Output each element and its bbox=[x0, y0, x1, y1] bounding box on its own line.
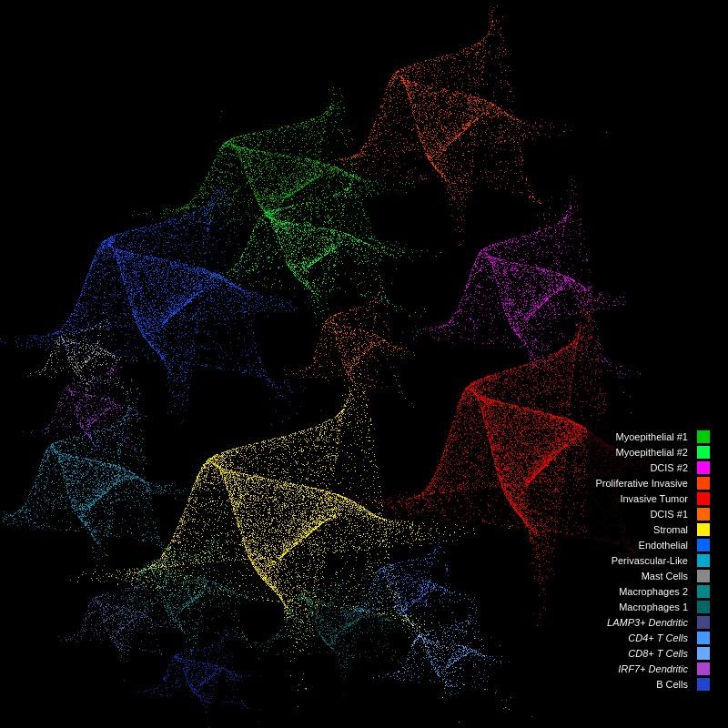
legend-label: Proliferative Invasive bbox=[596, 478, 693, 489]
legend-color-swatch bbox=[697, 585, 710, 598]
legend-item: IRF7+ Dendritic bbox=[596, 662, 711, 675]
legend-color-swatch bbox=[697, 616, 710, 629]
legend-color-swatch bbox=[697, 508, 710, 521]
legend-color-swatch bbox=[697, 477, 710, 490]
legend-item: Invasive Tumor bbox=[596, 492, 711, 505]
legend-color-swatch bbox=[697, 662, 710, 675]
legend-item: Perivascular-Like bbox=[596, 554, 711, 567]
legend-label: Myoepithelial #2 bbox=[596, 447, 693, 458]
legend-item: Stromal bbox=[596, 523, 711, 536]
legend-item: B Cells bbox=[596, 678, 711, 691]
legend-item: Mast Cells bbox=[596, 570, 711, 582]
legend-item: LAMP3+ Dendritic bbox=[596, 616, 711, 629]
legend-item: Proliferative Invasive bbox=[596, 477, 711, 490]
legend-color-swatch bbox=[697, 647, 710, 660]
legend-label: Macrophages 1 bbox=[596, 602, 693, 612]
legend-item: Myoepithelial #2 bbox=[596, 446, 711, 459]
legend-label: Invasive Tumor bbox=[596, 493, 693, 504]
legend-color-swatch bbox=[697, 461, 710, 474]
legend-color-swatch bbox=[697, 430, 710, 443]
legend-label: B Cells bbox=[596, 679, 693, 690]
legend-label: LAMP3+ Dendritic bbox=[596, 617, 693, 628]
legend-label: Endothelial bbox=[596, 540, 693, 551]
legend-color-swatch bbox=[697, 678, 710, 691]
legend-color-swatch bbox=[697, 601, 710, 613]
legend-label: IRF7+ Dendritic bbox=[596, 663, 693, 674]
legend-label: DCIS #1 bbox=[596, 509, 693, 520]
legend-label: CD8+ T Cells bbox=[596, 648, 693, 659]
legend-color-swatch bbox=[697, 539, 710, 551]
legend-label: Perivascular-Like bbox=[596, 555, 693, 566]
legend-color-swatch bbox=[697, 570, 710, 582]
legend-label: Macrophages 2 bbox=[596, 586, 693, 597]
legend-color-swatch bbox=[697, 523, 710, 536]
legend-color-swatch bbox=[697, 632, 710, 644]
legend-label: CD4+ T Cells bbox=[596, 632, 693, 643]
legend-label: Myoepithelial #1 bbox=[596, 431, 693, 442]
legend-item: CD4+ T Cells bbox=[596, 632, 711, 644]
legend-label: DCIS #2 bbox=[596, 462, 693, 473]
legend-item: CD8+ T Cells bbox=[596, 647, 711, 660]
legend-item: Macrophages 2 bbox=[596, 585, 711, 598]
legend-item: DCIS #1 bbox=[596, 508, 711, 521]
legend-item: Myoepithelial #1 bbox=[596, 430, 711, 443]
legend-label: Mast Cells bbox=[596, 571, 693, 581]
legend: Myoepithelial #1Myoepithelial #2DCIS #2P… bbox=[587, 423, 720, 701]
legend-item: Macrophages 1 bbox=[596, 601, 711, 613]
legend-color-swatch bbox=[697, 554, 710, 567]
legend-item: Endothelial bbox=[596, 539, 711, 551]
legend-color-swatch bbox=[697, 492, 710, 505]
legend-label: Stromal bbox=[596, 524, 693, 535]
legend-item: DCIS #2 bbox=[596, 461, 711, 474]
legend-color-swatch bbox=[697, 446, 710, 459]
